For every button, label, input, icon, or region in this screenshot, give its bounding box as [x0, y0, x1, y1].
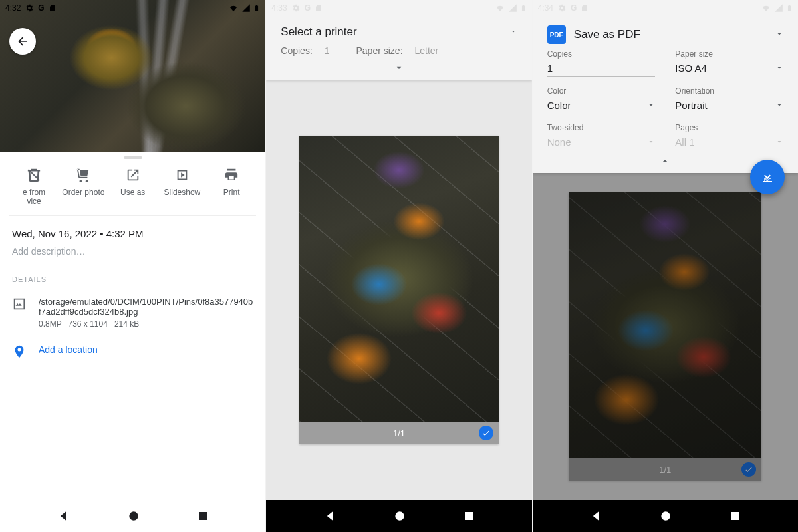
action-row: e from vice Order photo Use as Slideshow… [9, 164, 256, 216]
two-sided-field: Two-sided None [547, 123, 656, 150]
papersize-field[interactable]: Paper size ISO A4 [675, 49, 783, 77]
save-pdf-fab[interactable]: PDF [750, 160, 785, 194]
action-use-as[interactable]: Use as [110, 168, 156, 206]
nav-back[interactable] [589, 509, 602, 523]
pages-field: Pages All 1 [675, 123, 783, 150]
content: Select a printer Copies: 1 Paper size: L… [266, 16, 531, 500]
expand-settings[interactable] [266, 61, 531, 80]
field-value: Portrait [675, 100, 707, 111]
wifi-icon [495, 3, 505, 13]
page-thumbnail[interactable]: 1/1 [569, 192, 761, 481]
copies-setting[interactable]: Copies: 1 [281, 45, 329, 56]
download-pdf-icon: PDF [759, 169, 775, 185]
action-label: Print [223, 188, 240, 197]
phone-screen-photo-details: 4:32 G e from vice Order photo [0, 0, 265, 532]
print-header: PDF Save as PDF Copies 1 Paper size ISO … [533, 16, 798, 173]
google-icon: G [38, 3, 44, 13]
chevron-down-icon [775, 100, 783, 111]
delete-icon [27, 168, 41, 182]
gear-icon [25, 3, 34, 13]
nav-recent[interactable] [463, 510, 475, 522]
nav-home[interactable] [127, 509, 140, 523]
page-selected-check[interactable] [479, 426, 493, 440]
file-info: /storage/emulated/0/DCIM/100PINT/Pins/0f… [39, 297, 253, 329]
papersize-value: Letter [414, 45, 438, 56]
field-label: Copies [547, 49, 656, 59]
file-dimensions: 736 x 1104 [68, 319, 107, 329]
file-megapixels: 0.8MP [39, 319, 61, 329]
status-bar: 4:32 G [0, 0, 265, 16]
drag-handle[interactable] [0, 152, 265, 164]
print-header: Select a printer Copies: 1 Paper size: L… [266, 16, 531, 80]
action-print[interactable]: Print [208, 168, 255, 206]
field-value: 1 [547, 63, 553, 74]
print-icon [224, 168, 239, 182]
wifi-icon [761, 3, 771, 13]
page-thumbnail[interactable]: 1/1 [299, 136, 499, 444]
svg-text:PDF: PDF [764, 178, 771, 182]
action-label: Slideshow [164, 188, 201, 197]
field-label: Orientation [675, 86, 783, 96]
arrow-back-icon [16, 35, 29, 48]
page-counter: 1/1 [659, 465, 671, 475]
print-settings-summary: Copies: 1 Paper size: Letter [266, 43, 531, 61]
battery-icon [253, 3, 260, 13]
field-value: All 1 [675, 136, 694, 148]
svg-rect-6 [732, 512, 739, 520]
nav-back[interactable] [323, 509, 336, 523]
page-image [569, 192, 761, 458]
nav-recent[interactable] [197, 510, 209, 522]
sd-icon [581, 3, 589, 13]
location-row[interactable]: Add a location [12, 344, 253, 359]
action-slideshow[interactable]: Slideshow [159, 168, 205, 206]
sd-icon [49, 3, 57, 13]
photo-datetime[interactable]: Wed, Nov 16, 2022 • 4:32 PM [12, 228, 253, 239]
orientation-field[interactable]: Orientation Portrait [675, 86, 783, 114]
slideshow-icon [175, 168, 190, 182]
add-location-link[interactable]: Add a location [39, 344, 98, 359]
status-time: 4:33 [271, 3, 287, 13]
printer-selector[interactable]: PDF Save as PDF [533, 16, 798, 45]
chevron-down-icon [775, 29, 783, 41]
check-icon [481, 428, 491, 438]
page-image [299, 136, 499, 422]
gear-icon [291, 3, 301, 13]
page-selected-check[interactable] [741, 462, 756, 477]
page-footer: 1/1 [299, 422, 499, 444]
action-label: Order photo [62, 188, 104, 197]
chevron-down-icon [647, 100, 655, 111]
status-bar: 4:33 G [266, 0, 531, 16]
action-order-photo[interactable]: Order photo [60, 168, 106, 206]
signal-icon [241, 3, 251, 13]
field-value: None [547, 136, 571, 148]
nav-bar [0, 500, 265, 532]
nav-home[interactable] [393, 509, 406, 523]
photo-preview[interactable] [0, 0, 265, 152]
action-label: Use as [120, 188, 145, 197]
file-info-row[interactable]: /storage/emulated/0/DCIM/100PINT/Pins/0f… [12, 297, 253, 329]
copies-field[interactable]: Copies 1 [547, 49, 656, 77]
back-button[interactable] [9, 28, 36, 55]
check-icon [744, 465, 753, 474]
open-in-icon [126, 168, 140, 182]
wifi-icon [228, 3, 239, 13]
battery-icon [520, 3, 527, 13]
nav-back[interactable] [57, 509, 70, 523]
status-time: 4:34 [538, 3, 553, 13]
nav-home[interactable] [659, 509, 672, 523]
signal-icon [508, 3, 517, 13]
content: 4:32 G e from vice Order photo [0, 0, 265, 500]
signal-icon [774, 3, 783, 13]
nav-recent[interactable] [730, 510, 741, 522]
nav-bar [533, 500, 798, 532]
action-label: e from vice [23, 188, 45, 206]
gear-icon [557, 3, 567, 13]
papersize-setting[interactable]: Paper size: Letter [356, 45, 438, 56]
pdf-badge-icon: PDF [547, 25, 566, 44]
field-label: Color [547, 86, 656, 96]
action-delete-from-device[interactable]: e from vice [11, 168, 57, 206]
papersize-label: Paper size: [356, 45, 402, 56]
color-field[interactable]: Color Color [547, 86, 656, 114]
add-description-field[interactable]: Add description… [12, 246, 253, 257]
printer-selector[interactable]: Select a printer [266, 16, 531, 43]
